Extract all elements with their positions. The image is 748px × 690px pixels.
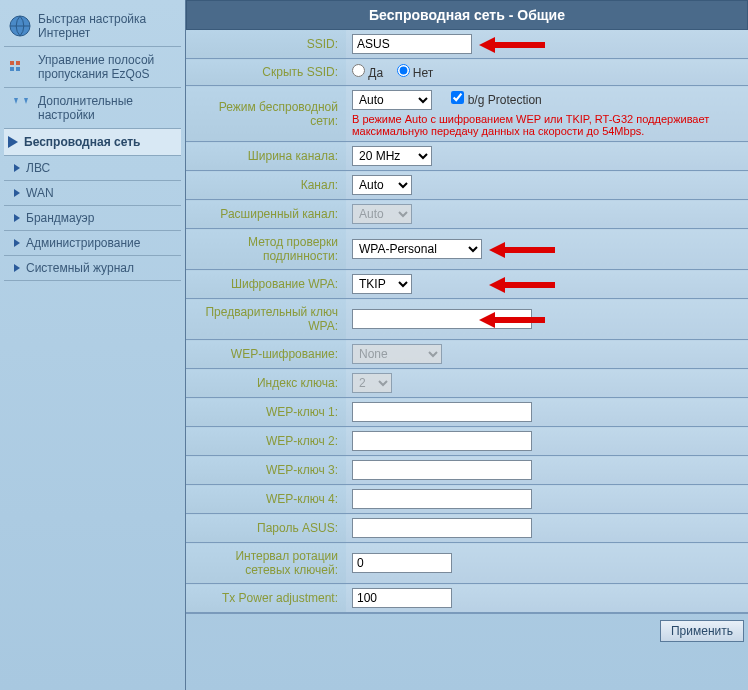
sidebar-item-wireless[interactable]: Беспроводная сеть (4, 129, 181, 156)
sidebar-item-label: Брандмауэр (26, 211, 94, 225)
svg-rect-2 (16, 61, 20, 65)
hide-ssid-no-label[interactable]: Нет (397, 66, 434, 80)
sidebar-item-label: Управление полосой пропускания EzQoS (38, 53, 177, 81)
triangle-right-icon (14, 239, 20, 247)
wep2-label: WEP-ключ 2: (186, 427, 346, 456)
hide-ssid-label: Скрыть SSID: (186, 59, 346, 86)
tools-icon (8, 96, 32, 120)
sidebar-item-syslog[interactable]: Системный журнал (4, 256, 181, 281)
ssid-input[interactable] (352, 34, 472, 54)
footer: Применить (186, 613, 748, 648)
bg-protection-label[interactable]: b/g Protection (451, 93, 541, 107)
sidebar-item-label: ЛВС (26, 161, 50, 175)
ext-channel-select: Auto (352, 204, 412, 224)
sidebar: Быстрая настройка Интернет Управление по… (0, 0, 186, 690)
annotation-arrow (495, 312, 545, 328)
mode-select[interactable]: Auto (352, 90, 432, 110)
wep1-label: WEP-ключ 1: (186, 398, 346, 427)
wpa-enc-select[interactable]: TKIP (352, 274, 412, 294)
wep3-label: WEP-ключ 3: (186, 456, 346, 485)
mode-warning: В режиме Auto с шифрованием WEP или TKIP… (352, 113, 742, 137)
page-title: Беспроводная сеть - Общие (186, 0, 748, 30)
wep4-input[interactable] (352, 489, 532, 509)
wep1-input[interactable] (352, 402, 532, 422)
sidebar-item-firewall[interactable]: Брандмауэр (4, 206, 181, 231)
triangle-right-icon (14, 189, 20, 197)
channel-label: Канал: (186, 171, 346, 200)
sidebar-item-wan[interactable]: WAN (4, 181, 181, 206)
width-select[interactable]: 20 MHz (352, 146, 432, 166)
apply-button[interactable]: Применить (660, 620, 744, 642)
rotation-label: Интервал ротации сетевых ключей: (186, 543, 346, 584)
sidebar-item-ezqos[interactable]: Управление полосой пропускания EzQoS (4, 47, 181, 88)
sidebar-item-admin[interactable]: Администрирование (4, 231, 181, 256)
hide-ssid-yes-label[interactable]: Да (352, 66, 383, 80)
triangle-right-icon (8, 136, 18, 148)
sidebar-item-lan[interactable]: ЛВС (4, 156, 181, 181)
wep3-input[interactable] (352, 460, 532, 480)
annotation-arrow (505, 277, 575, 293)
rotation-input[interactable] (352, 553, 452, 573)
channel-select[interactable]: Auto (352, 175, 412, 195)
sidebar-item-advanced[interactable]: Дополнительные настройки (4, 88, 181, 129)
sidebar-item-label: Быстрая настройка Интернет (38, 12, 177, 40)
wep-enc-label: WEP-шифрование: (186, 340, 346, 369)
bg-protection-checkbox[interactable] (451, 91, 464, 104)
tx-power-input[interactable] (352, 588, 452, 608)
wep2-input[interactable] (352, 431, 532, 451)
asus-pass-input[interactable] (352, 518, 532, 538)
svg-rect-4 (16, 67, 20, 71)
main-panel: Беспроводная сеть - Общие SSID: Скрыть S… (186, 0, 748, 690)
sidebar-item-quick-setup[interactable]: Быстрая настройка Интернет (4, 6, 181, 47)
wpa-enc-label: Шифрование WPA: (186, 270, 346, 299)
triangle-right-icon (14, 214, 20, 222)
asus-pass-label: Пароль ASUS: (186, 514, 346, 543)
wpa-key-label: Предварительный ключ WPA: (186, 299, 346, 340)
sidebar-item-label: WAN (26, 186, 54, 200)
sidebar-item-label: Системный журнал (26, 261, 134, 275)
sidebar-item-label: Дополнительные настройки (38, 94, 177, 122)
ssid-label: SSID: (186, 30, 346, 59)
mode-label: Режим беспроводной сети: (186, 86, 346, 142)
ext-channel-label: Расширенный канал: (186, 200, 346, 229)
annotation-arrow (505, 242, 575, 258)
sidebar-item-label: Беспроводная сеть (24, 135, 140, 149)
hide-ssid-no-radio[interactable] (397, 64, 410, 77)
wep-enc-select: None (352, 344, 442, 364)
wep4-label: WEP-ключ 4: (186, 485, 346, 514)
svg-rect-1 (10, 61, 14, 65)
svg-rect-3 (10, 67, 14, 71)
qos-icon (8, 55, 32, 79)
globe-icon (8, 14, 32, 38)
triangle-right-icon (14, 164, 20, 172)
auth-select[interactable]: WPA-Personal (352, 239, 482, 259)
key-index-select: 2 (352, 373, 392, 393)
settings-form: SSID: Скрыть SSID: Да Нет Режим бесп (186, 30, 748, 613)
annotation-arrow (495, 37, 565, 53)
width-label: Ширина канала: (186, 142, 346, 171)
key-index-label: Индекс ключа: (186, 369, 346, 398)
sidebar-item-label: Администрирование (26, 236, 140, 250)
hide-ssid-yes-radio[interactable] (352, 64, 365, 77)
auth-label: Метод проверки подлинности: (186, 229, 346, 270)
tx-power-label: Tx Power adjustment: (186, 584, 346, 613)
triangle-right-icon (14, 264, 20, 272)
